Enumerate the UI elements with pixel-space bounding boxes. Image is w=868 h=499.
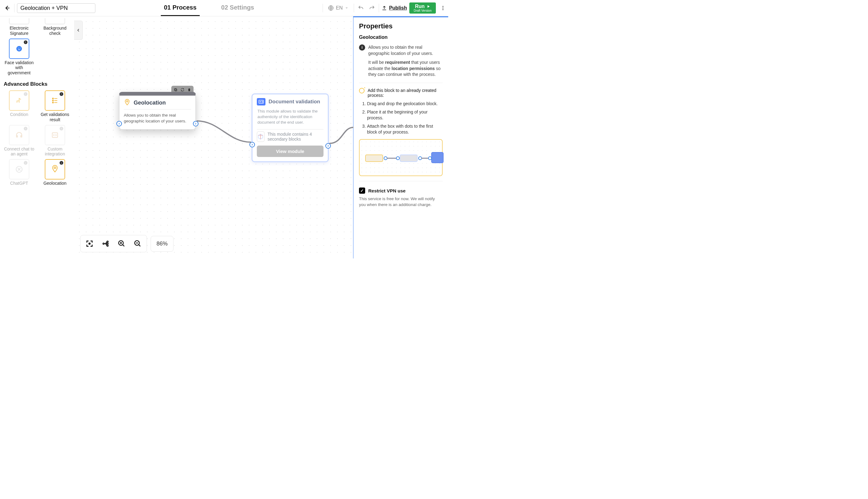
run-button[interactable]: Run Draft Version [409, 2, 436, 14]
palette-item-custom-integration[interactable]: i Custom integration [39, 125, 71, 157]
palette-label: Electronic Signature [4, 26, 35, 36]
pin-icon [51, 165, 59, 174]
trash-icon [187, 88, 191, 92]
node-title: Geolocation [134, 100, 166, 106]
svg-point-1 [443, 6, 443, 7]
svg-point-14 [127, 100, 128, 102]
palette-label: Face validation with government [4, 60, 35, 75]
palette-label: Custom integration [39, 146, 70, 157]
collapse-sidebar-button[interactable] [74, 21, 83, 40]
header: 01 Process 02 Settings EN Publish Run Dr… [0, 0, 448, 16]
palette-item-connect-chat[interactable]: i Connect chat to an agent [3, 125, 35, 157]
palette-card: i [9, 38, 29, 59]
palette-label: Connect chat to an agent [4, 146, 35, 157]
svg-point-8 [52, 100, 53, 101]
copy-icon [174, 88, 178, 92]
pin-icon [124, 99, 131, 107]
palette-card: i [45, 159, 65, 180]
zoom-in-button[interactable] [115, 237, 128, 250]
palette-card: i [9, 90, 29, 111]
svg-rect-13 [175, 88, 176, 90]
view-module-button[interactable]: View module [257, 146, 323, 157]
restrict-vpn-checkbox[interactable]: ✓ [359, 187, 365, 194]
svg-point-16 [260, 101, 261, 102]
node-geolocation[interactable]: Geolocation Allows you to obtain the rea… [119, 92, 196, 130]
publish-label: Publish [389, 5, 407, 11]
palette-card [45, 18, 65, 24]
back-button[interactable] [2, 3, 12, 13]
node-header: Geolocation [119, 96, 195, 109]
palette-item-get-validations-result[interactable]: i Get validations result [39, 90, 71, 122]
zoom-out-icon [134, 240, 142, 248]
palette-card: i [9, 125, 29, 145]
input-port[interactable] [249, 142, 255, 147]
zoom-out-button[interactable] [131, 237, 144, 250]
palette-item-electronic-signature[interactable]: Electronic Signature [3, 18, 35, 36]
output-port[interactable] [193, 121, 199, 126]
redo-button[interactable] [368, 4, 376, 12]
svg-point-9 [52, 102, 53, 103]
divider [359, 83, 443, 83]
language-label: EN [336, 5, 343, 11]
more-menu-button[interactable] [440, 5, 446, 11]
svg-point-5 [18, 48, 19, 48]
zoom-level[interactable]: 86% [151, 236, 174, 252]
svg-rect-10 [52, 133, 57, 137]
canvas[interactable]: Geolocation Allows you to obtain the rea… [74, 16, 353, 258]
undo-button[interactable] [357, 4, 365, 12]
refresh-icon [180, 88, 185, 92]
info-icon: i [359, 45, 365, 51]
output-port[interactable] [325, 143, 331, 149]
node-document-validation[interactable]: Document validation This module allows t… [252, 94, 329, 162]
svg-point-11 [54, 167, 56, 168]
canvas-tool-group [80, 235, 147, 252]
info-icon: i [24, 127, 27, 131]
svg-rect-12 [175, 89, 177, 91]
step-item: Place it at the beginning of your proces… [367, 109, 443, 121]
fit-view-button[interactable] [83, 237, 96, 250]
divider [14, 4, 14, 12]
globe-icon [328, 5, 334, 11]
palette-card [9, 18, 29, 24]
svg-point-19 [107, 241, 108, 242]
panel-subtitle: Geolocation [359, 35, 443, 40]
process-title-input[interactable] [17, 3, 95, 13]
tab-process[interactable]: 01 Process [161, 0, 200, 16]
block-palette-sidebar[interactable]: Electronic Signature Background check i … [0, 16, 74, 258]
graph-icon [102, 240, 110, 248]
palette-item-face-validation[interactable]: i Face validation with government [3, 38, 35, 75]
openai-icon [15, 165, 23, 173]
chevron-left-icon [76, 28, 81, 32]
palette-item-background-check[interactable]: Background check [39, 18, 71, 36]
info-line-2: It will be requirement that your users a… [368, 60, 443, 78]
node-description: Allows you to obtain the real geographic… [119, 109, 195, 129]
zoom-in-icon [118, 240, 126, 248]
auto-layout-button[interactable] [99, 237, 112, 250]
palette-item-chatgpt[interactable]: i ChatGPT [3, 159, 35, 186]
restrict-vpn-row: ✓ Restrict VPN use [359, 187, 443, 194]
svg-point-20 [107, 243, 108, 244]
module-summary: This module contains 4 secondary blocks [252, 130, 328, 144]
headset-icon [15, 131, 23, 139]
language-selector[interactable]: EN [325, 5, 351, 11]
palette-label: Background check [39, 26, 70, 36]
palette-item-condition[interactable]: i Condition [3, 90, 35, 122]
tab-settings[interactable]: 02 Settings [218, 0, 258, 16]
step-item: Drag and drop the geolocation block. [367, 101, 443, 107]
publish-button[interactable]: Publish [381, 5, 407, 11]
restrict-vpn-label: Restrict VPN use [368, 188, 406, 193]
svg-point-7 [52, 98, 53, 99]
face-icon [15, 45, 23, 52]
id-card-icon [257, 98, 265, 106]
kebab-icon [440, 5, 446, 11]
tip-heading: Add this block to an already created pro… [368, 88, 443, 98]
svg-point-6 [20, 48, 20, 48]
palette-label: Get validations result [39, 112, 70, 122]
input-port[interactable] [116, 121, 122, 126]
panel-title: Properties [359, 22, 443, 30]
palette-item-geolocation[interactable]: i Geolocation [39, 159, 71, 186]
steps-list: Drag and drop the geolocation block. Pla… [367, 101, 443, 135]
fullscreen-icon [85, 240, 94, 248]
palette-card: i [45, 90, 65, 111]
code-icon [51, 131, 59, 139]
